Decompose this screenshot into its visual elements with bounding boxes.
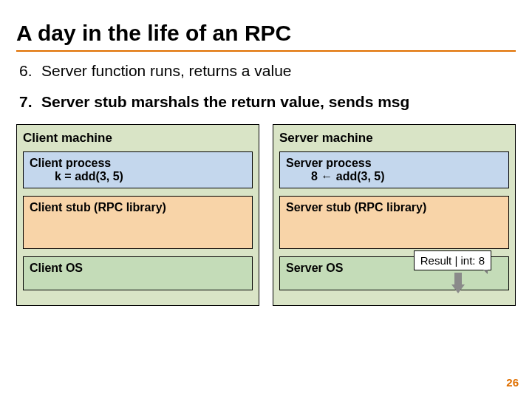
server-process-box: Server process 8 ← add(3, 5)	[279, 151, 509, 188]
client-machine-label: Client machine	[23, 131, 253, 146]
client-process-line2: k = add(3, 5)	[30, 170, 246, 183]
diagram: Client machine Client process k = add(3,…	[16, 124, 516, 306]
server-stub-box: Server stub (RPC library)	[279, 196, 509, 249]
server-machine-label: Server machine	[279, 131, 509, 146]
list-number: 6.	[19, 62, 35, 80]
client-machine-box: Client machine Client process k = add(3,…	[16, 124, 259, 306]
list-item: 7. Server stub marshals the return value…	[16, 93, 516, 111]
slide-title: A day in the life of an RPC	[16, 21, 516, 52]
result-badge: Result | int: 8	[414, 250, 491, 270]
server-stub-label: Server stub (RPC library)	[286, 201, 502, 214]
arrow-down-icon	[451, 273, 465, 293]
list-item: 6. Server function runs, returns a value	[16, 62, 516, 80]
server-machine-box: Server machine Server process 8 ← add(3,…	[273, 124, 516, 306]
server-process-line1: Server process	[286, 157, 502, 170]
client-stub-box: Client stub (RPC library)	[23, 196, 253, 249]
client-os-box: Client OS	[23, 256, 253, 290]
page-number: 26	[506, 376, 519, 389]
server-process-line2: 8 ← add(3, 5)	[286, 170, 502, 183]
client-stub-label: Client stub (RPC library)	[30, 201, 246, 214]
list-text: Server function runs, returns a value	[41, 62, 292, 80]
list-text: Server stub marshals the return value, s…	[41, 93, 409, 111]
client-process-box: Client process k = add(3, 5)	[23, 151, 253, 188]
client-process-line1: Client process	[30, 157, 246, 170]
numbered-list: 6. Server function runs, returns a value…	[16, 62, 516, 111]
list-number: 7.	[19, 93, 35, 111]
client-os-label: Client OS	[30, 262, 246, 275]
